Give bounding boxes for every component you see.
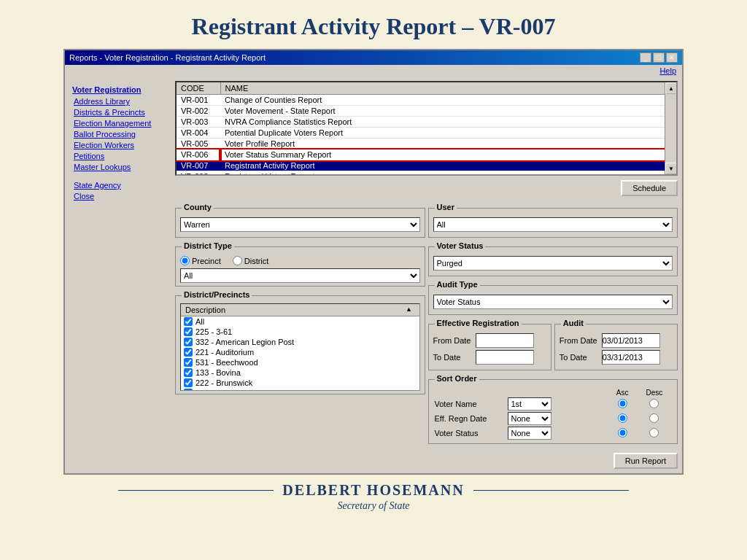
sort-row-select[interactable]: 1st None 1st 2nd 3rd — [508, 397, 551, 411]
sort-asc-radio[interactable] — [618, 428, 627, 438]
maximize-button[interactable]: □ — [653, 52, 665, 63]
sort-order-group: Sort Order Asc Desc — [428, 379, 678, 444]
user-label: User — [435, 203, 457, 211]
table-row[interactable]: VR-004Potential Duplicate Voters Report — [177, 128, 676, 139]
close-button[interactable]: ✕ — [666, 52, 678, 63]
checklist-items: All225 - 3-61332 - American Legion Post2… — [181, 316, 419, 391]
checklist-item[interactable]: 531 - Beechwood — [181, 357, 419, 368]
checklist-item-label: 222 - Brunswick — [196, 378, 252, 387]
audit-to-input[interactable] — [602, 350, 660, 365]
report-name: Voter Movement - State Report — [220, 106, 676, 117]
county-group: County Warren — [175, 208, 425, 238]
sidebar-state-agency[interactable]: State Agency — [72, 181, 169, 190]
brand-divider-left — [118, 490, 274, 491]
checklist-item[interactable]: 221 - Auditorium — [181, 347, 419, 357]
help-link[interactable]: Help — [659, 66, 676, 75]
table-row[interactable]: VR-002Voter Movement - State Report — [177, 106, 676, 117]
district-precincts-group: District/Precincts Description ▲ All225 … — [175, 295, 425, 394]
brand-name: Delbert Hosemann — [282, 482, 464, 499]
sidebar-close[interactable]: Close — [72, 192, 169, 201]
run-report-button[interactable]: Run Report — [614, 453, 678, 469]
checklist-checkbox[interactable] — [184, 348, 193, 357]
report-code: VR-001 — [177, 95, 220, 106]
window-inner: Help Voter Registration Address Library … — [65, 65, 682, 473]
voter-status-label: Voter Status — [435, 241, 486, 250]
checklist-item-label: 133 - Bovina — [196, 368, 241, 377]
sidebar-districts-precincts[interactable]: Districts & Precincts — [72, 108, 169, 117]
checklist-checkbox[interactable] — [184, 338, 193, 346]
report-code: VR-007 — [177, 160, 220, 171]
sidebar-petitions[interactable]: Petitions — [72, 152, 169, 160]
checklist[interactable]: Description ▲ All225 - 3-61332 - America… — [180, 303, 420, 391]
audit-group: Audit From Date To Date — [554, 324, 678, 370]
eff-from-input[interactable] — [476, 333, 534, 348]
district-radio[interactable] — [233, 256, 242, 265]
sidebar-election-workers[interactable]: Election Workers — [72, 141, 169, 149]
eff-to-input[interactable] — [476, 350, 534, 365]
minimize-button[interactable]: _ — [640, 52, 651, 63]
table-row[interactable]: VR-007Registrant Activity Report — [177, 160, 676, 171]
checklist-item[interactable]: 211 - Cedar Grove — [181, 388, 419, 391]
checklist-item-label: 225 - 3-61 — [196, 327, 232, 336]
audit-from-input[interactable] — [602, 333, 660, 348]
sort-desc-radio[interactable] — [649, 399, 659, 408]
sidebar-election-management[interactable]: Election Management — [72, 119, 169, 128]
table-row[interactable]: VR-003NVRA Compliance Statistics Report — [177, 117, 676, 128]
precinct-label: Precinct — [192, 257, 221, 265]
sort-asc-radio[interactable] — [618, 413, 627, 423]
effective-reg-label: Effective Registration — [435, 319, 522, 327]
sidebar-ballot-processing[interactable]: Ballot Processing — [72, 130, 169, 139]
report-code: VR-004 — [177, 128, 220, 139]
district-filter-combo: All — [180, 268, 420, 283]
sort-row: Eff. Regn Date None None 1st 2nd 3rd — [433, 411, 673, 426]
checklist-item[interactable]: All — [181, 316, 419, 327]
sort-desc-radio[interactable] — [649, 413, 659, 423]
table-row[interactable]: VR-008Registered Voters Report — [177, 171, 676, 176]
sort-desc-header: Desc — [636, 389, 673, 397]
audit-type-select[interactable]: Voter Status — [433, 295, 673, 309]
checklist-item[interactable]: 225 - 3-61 — [181, 327, 419, 337]
checklist-checkbox[interactable] — [184, 368, 193, 377]
voter-status-select[interactable]: Purged — [433, 256, 673, 271]
report-code: VR-003 — [177, 117, 220, 128]
district-radio-label[interactable]: District — [233, 256, 269, 265]
checklist-checkbox[interactable] — [184, 389, 193, 391]
district-filter-select[interactable]: All — [180, 268, 420, 283]
checklist-checkbox[interactable] — [184, 317, 193, 326]
help-bar: Help — [65, 65, 682, 77]
sidebar-master-lookups[interactable]: Master Lookups — [72, 163, 169, 171]
schedule-button[interactable]: Schedule — [621, 180, 678, 196]
sort-row-select[interactable]: None None 1st 2nd 3rd — [508, 412, 551, 425]
precinct-radio-label[interactable]: Precinct — [180, 256, 221, 265]
sort-desc-radio[interactable] — [649, 428, 659, 438]
sidebar-address-library[interactable]: Address Library — [72, 97, 169, 106]
checklist-item[interactable]: 332 - American Legion Post — [181, 337, 419, 347]
sort-asc-radio[interactable] — [618, 399, 627, 408]
report-name: Voter Status Summary Report — [220, 149, 676, 160]
checklist-checkbox[interactable] — [184, 358, 193, 367]
report-code: VR-006 — [177, 149, 220, 160]
scrollbar[interactable]: ▲ ▼ — [665, 82, 676, 174]
county-select[interactable]: Warren — [180, 217, 420, 232]
form-grid: County Warren District T — [175, 202, 678, 469]
scroll-down-arrow[interactable]: ▼ — [665, 163, 677, 174]
checklist-item[interactable]: 133 - Bovina — [181, 368, 419, 378]
user-select[interactable]: All — [433, 217, 673, 232]
checklist-header: Description ▲ — [181, 304, 419, 316]
main-panel: CODE NAME VR-001Change of Counties Repor… — [174, 79, 679, 470]
page-title: Registrant Activity Report – VR-007 — [0, 0, 747, 49]
checklist-checkbox[interactable] — [184, 327, 193, 336]
sidebar-voter-reg[interactable]: Voter Registration — [72, 85, 169, 94]
checklist-checkbox[interactable] — [184, 378, 193, 387]
scroll-up-arrow[interactable]: ▲ — [665, 82, 677, 94]
sort-row-select[interactable]: None None 1st 2nd 3rd — [508, 427, 551, 440]
sort-row-label: Eff. Regn Date — [435, 414, 487, 423]
sort-row: Voter Name 1st None 1st 2nd 3rd — [433, 397, 673, 411]
checklist-item[interactable]: 222 - Brunswick — [181, 378, 419, 388]
checklist-scroll-icon: ▲ — [403, 306, 415, 314]
table-row[interactable]: VR-005Voter Profile Report — [177, 139, 676, 149]
table-row[interactable]: VR-006Voter Status Summary Report — [177, 149, 676, 160]
table-row[interactable]: VR-001Change of Counties Report — [177, 95, 676, 106]
precinct-radio[interactable] — [180, 256, 190, 265]
brand-footer: Delbert Hosemann Secretary of State — [0, 475, 747, 516]
